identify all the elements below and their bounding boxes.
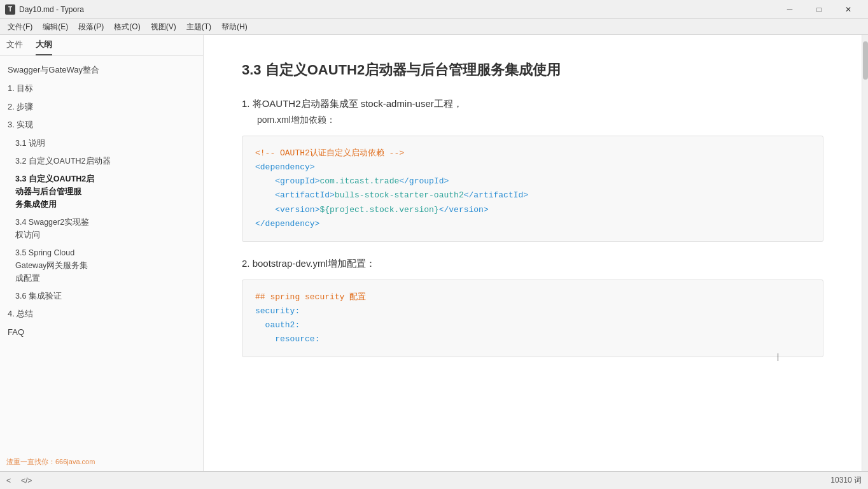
menu-item[interactable]: 帮助(H) bbox=[216, 20, 253, 34]
code-line: <version>${project.stock.version}</versi… bbox=[255, 203, 810, 217]
statusbar-nav-left[interactable]: < bbox=[6, 476, 11, 485]
code-block-1: <!-- OAUTH2认证自定义启动依赖 --> <dependency> <g… bbox=[242, 136, 823, 242]
app-icon: T bbox=[5, 4, 15, 15]
code-line: <groupId>com.itcast.trade</groupId> bbox=[255, 174, 810, 188]
code-line: <artifactId>bulls-stock-starter-oauth2</… bbox=[255, 188, 810, 202]
scrollbar-thumb[interactable] bbox=[863, 41, 868, 80]
tab-outline[interactable]: 大纲 bbox=[36, 39, 52, 55]
menu-item[interactable]: 编辑(E) bbox=[38, 20, 73, 34]
outline-swagger-gateway[interactable]: Swagger与GateWay整合 bbox=[0, 61, 203, 80]
code-line: <dependency> bbox=[255, 160, 810, 174]
code-line: security: bbox=[255, 304, 810, 318]
close-button[interactable]: ✕ bbox=[834, 0, 863, 19]
menu-item[interactable]: 视图(V) bbox=[146, 20, 181, 34]
item-1-desc: pom.xml增加依赖： bbox=[257, 112, 823, 128]
code-line: <!-- OAUTH2认证自定义启动依赖 --> bbox=[255, 146, 810, 160]
statusbar: < </> 10310 词 bbox=[0, 471, 868, 489]
outline-1-target[interactable]: 1. 目标 bbox=[0, 80, 203, 98]
outline-2-steps[interactable]: 2. 步骤 bbox=[0, 98, 203, 117]
menu-item[interactable]: 段落(P) bbox=[73, 20, 109, 34]
editor[interactable]: 3.3 自定义OAUTH2启动器与后台管理服务集成使用 1. 将OAUTH2启动… bbox=[204, 35, 862, 471]
word-count: 10310 词 bbox=[830, 475, 862, 486]
menu-item[interactable]: 文件(F) bbox=[3, 20, 38, 34]
watermark: 渣重一直找你：666java.com bbox=[6, 457, 95, 467]
statusbar-left: < </> bbox=[6, 476, 32, 485]
scrollbar-track[interactable] bbox=[862, 35, 868, 471]
code-line: oauth2: bbox=[255, 318, 810, 332]
menubar: 文件(F)编辑(E)段落(P)格式(O)视图(V)主题(T)帮助(H) bbox=[0, 19, 868, 35]
outline-3-4[interactable]: 3.4 Swagger2实现鉴权访问 bbox=[0, 213, 203, 244]
code-line: resource: bbox=[255, 332, 810, 346]
code-block-2: ## spring security 配置 security: oauth2: … bbox=[242, 280, 823, 357]
window-controls: ─ □ ✕ bbox=[775, 0, 863, 19]
outline-3-impl[interactable]: 3. 实现 bbox=[0, 116, 203, 134]
sidebar: 文件 大纲 Swagger与GateWay整合 1. 目标 2. 步骤 3. 实… bbox=[0, 35, 204, 471]
window-title: Day10.md - Typora bbox=[19, 5, 84, 14]
statusbar-nav-code[interactable]: </> bbox=[21, 476, 32, 485]
outline-faq[interactable]: FAQ bbox=[0, 323, 203, 342]
code-line: </dependency> bbox=[255, 217, 810, 231]
maximize-button[interactable]: □ bbox=[804, 0, 834, 19]
outline-4-summary[interactable]: 4. 总结 bbox=[0, 305, 203, 323]
titlebar: T Day10.md - Typora ─ □ ✕ bbox=[0, 0, 868, 19]
outline-3-6[interactable]: 3.6 集成验证 bbox=[0, 287, 203, 305]
menu-item[interactable]: 格式(O) bbox=[109, 20, 145, 34]
item-1-text: 1. 将OAUTH2启动器集成至 stock-admin-user工程， bbox=[242, 98, 463, 109]
tab-files[interactable]: 文件 bbox=[6, 39, 23, 55]
item-2-text: 2. bootstrap-dev.yml增加配置： bbox=[242, 258, 375, 269]
sidebar-tabs: 文件 大纲 bbox=[0, 35, 203, 56]
outline-3-3[interactable]: 3.3 自定义OAUTH2启动器与后台管理服务集成使用 bbox=[0, 170, 203, 213]
menu-item[interactable]: 主题(T) bbox=[181, 20, 216, 34]
sidebar-content: Swagger与GateWay整合 1. 目标 2. 步骤 3. 实现 3.1 … bbox=[0, 56, 203, 471]
minimize-button[interactable]: ─ bbox=[775, 0, 804, 19]
app-body: 文件 大纲 Swagger与GateWay整合 1. 目标 2. 步骤 3. 实… bbox=[0, 35, 868, 471]
code-line: ## spring security 配置 bbox=[255, 290, 810, 304]
outline-3-1[interactable]: 3.1 说明 bbox=[0, 134, 203, 152]
list-item-1: 1. 将OAUTH2启动器集成至 stock-admin-user工程， pom… bbox=[242, 95, 823, 128]
list-item-2: 2. bootstrap-dev.yml增加配置： bbox=[242, 255, 823, 272]
section-heading: 3.3 自定义OAUTH2启动器与后台管理服务集成使用 bbox=[242, 60, 823, 80]
titlebar-left: T Day10.md - Typora bbox=[5, 4, 84, 15]
outline-3-2[interactable]: 3.2 自定义OAUTH2启动器 bbox=[0, 152, 203, 170]
outline-3-5[interactable]: 3.5 Spring CloudGateway网关服务集成配置 bbox=[0, 244, 203, 287]
